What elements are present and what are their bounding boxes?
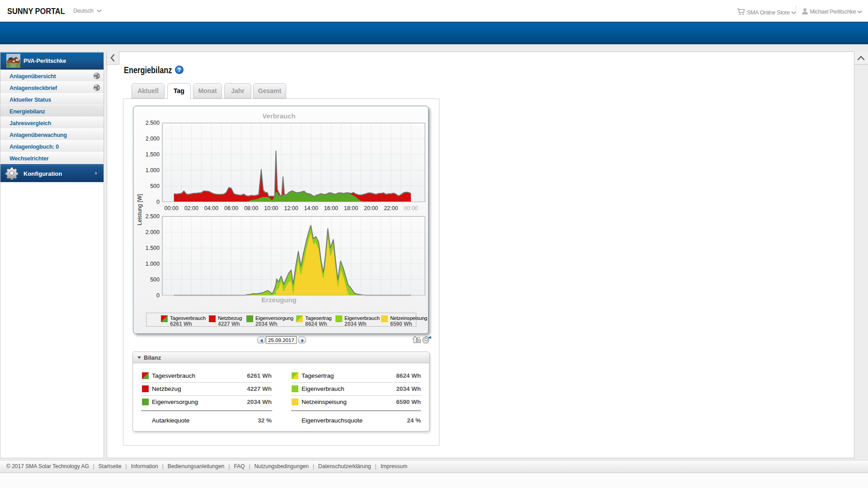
svg-text:04:00: 04:00 — [204, 205, 218, 211]
svg-text:20:00: 20:00 — [364, 205, 378, 211]
svg-text:2.500: 2.500 — [146, 213, 160, 220]
svg-text:16:00: 16:00 — [324, 205, 338, 211]
svg-text:08:00: 08:00 — [244, 205, 258, 211]
svg-text:12:00: 12:00 — [284, 205, 298, 211]
svg-text:06:00: 06:00 — [224, 205, 238, 211]
svg-text:2.500: 2.500 — [146, 120, 160, 126]
svg-text:1.000: 1.000 — [146, 167, 160, 174]
svg-text:0: 0 — [156, 199, 160, 205]
svg-text:22:00: 22:00 — [384, 205, 398, 211]
svg-text:Erzeugung: Erzeugung — [261, 296, 297, 304]
svg-text:14:00: 14:00 — [304, 205, 318, 211]
svg-text:18:00: 18:00 — [344, 205, 358, 211]
svg-text:Verbrauch: Verbrauch — [262, 112, 295, 120]
svg-text:1.500: 1.500 — [146, 151, 160, 158]
svg-text:10:00: 10:00 — [264, 205, 278, 211]
svg-text:2.000: 2.000 — [146, 229, 160, 235]
svg-text:0: 0 — [156, 292, 160, 299]
svg-text:1.000: 1.000 — [146, 261, 160, 267]
svg-text:500: 500 — [150, 277, 160, 283]
svg-text:02:00: 02:00 — [184, 205, 198, 211]
svg-text:00:00: 00:00 — [404, 205, 418, 211]
svg-text:Leistung [W]: Leistung [W] — [137, 194, 143, 225]
svg-text:500: 500 — [150, 183, 160, 189]
svg-text:2.000: 2.000 — [146, 136, 160, 142]
svg-text:00:00: 00:00 — [165, 205, 179, 211]
svg-text:1.500: 1.500 — [146, 245, 160, 251]
